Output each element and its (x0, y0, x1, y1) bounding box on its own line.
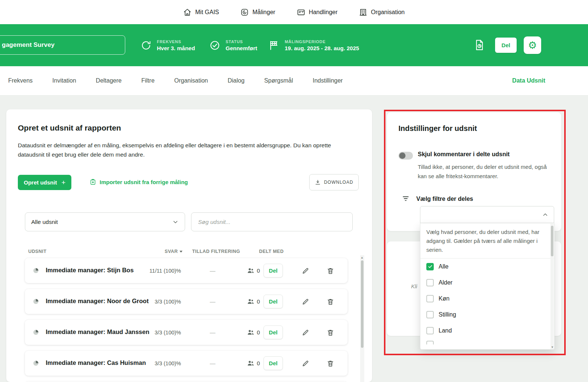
periode-label: MÅLINGSPERIODE (285, 39, 359, 44)
target-icon (240, 8, 249, 16)
share-survey-button[interactable]: Del (495, 38, 517, 53)
people-icon (247, 328, 255, 336)
chevron-up-icon (542, 211, 549, 218)
checkbox-unchecked[interactable] (426, 295, 434, 302)
dropdown-option-land[interactable]: Land (420, 322, 554, 338)
tab-organisation[interactable]: Organisation (174, 77, 208, 84)
toggle-label: Skjul kommentarer i delte udsnit (418, 151, 510, 158)
checkbox-unchecked (426, 341, 434, 344)
edit-pencil-icon[interactable] (302, 298, 309, 305)
udsnit-name: Immediate manager: Maud Janssen (46, 328, 149, 336)
status-group: STATUS Gennemført (209, 39, 257, 51)
udsnit-name: Immediate manager: Noor de Groot (46, 298, 149, 305)
hide-comments-toggle[interactable] (398, 152, 413, 160)
row-del-button[interactable]: Del (264, 295, 283, 308)
row-del-button[interactable]: Del (264, 325, 283, 339)
column-header-svar[interactable]: SVAR (165, 249, 182, 254)
nav-label: Målinger (252, 9, 275, 16)
shared-count: 0 (247, 328, 260, 336)
survey-header-bar: FREKVENS Hver 3. måned STATUS Gennemført… (0, 24, 588, 66)
tab-dialog[interactable]: Dialog (228, 77, 245, 84)
row-del-button[interactable]: Del (264, 264, 283, 277)
edit-pencil-icon[interactable] (302, 359, 309, 367)
survey-title-input[interactable] (0, 35, 125, 55)
tab-invitation[interactable]: Invitation (52, 77, 76, 84)
tab-data-udsnit[interactable]: Data Udsnit (512, 77, 545, 84)
list-scrollbar-thumb[interactable] (361, 260, 364, 348)
tab-filtre[interactable]: Filtre (141, 77, 155, 84)
toggle-knob (399, 153, 406, 159)
check-circle-icon (209, 40, 220, 51)
checkbox-unchecked[interactable] (426, 311, 434, 318)
delete-trash-icon[interactable] (327, 328, 334, 336)
indstillinger-card: Indstillinger for udsnit Skjul kommentar… (387, 112, 561, 231)
dropdown-scrollbar-thumb[interactable] (551, 226, 553, 256)
task-card-icon (297, 8, 305, 16)
shared-filters-select[interactable] (420, 206, 554, 223)
nav-item-mit-gais[interactable]: Mit GAIS (183, 8, 219, 16)
delete-trash-icon[interactable] (327, 359, 334, 367)
status-label: STATUS (226, 39, 257, 44)
edit-pencil-icon[interactable] (302, 267, 309, 275)
import-udsnit-link[interactable]: Importer udsnit fra forrige måling (90, 179, 188, 185)
scroll-down-icon[interactable]: ▼ (551, 346, 554, 349)
checkbox-unchecked[interactable] (426, 327, 434, 334)
udsnit-filter-select[interactable]: Alle udsnit (25, 212, 185, 231)
filtrering-value: — (194, 267, 231, 274)
import-icon (90, 179, 96, 185)
tab-frekvens[interactable]: Frekvens (8, 77, 33, 84)
shared-count: 0 (247, 267, 260, 275)
pie-chart-icon (33, 267, 39, 274)
checkbox-unchecked[interactable] (426, 279, 434, 286)
dropdown-help-text: Vælg hvad personer, du deler udsnit med,… (426, 228, 543, 254)
delete-trash-icon[interactable] (327, 267, 334, 275)
dropdown-option-koen[interactable]: Køn (420, 290, 554, 306)
status-value: Gennemført (226, 45, 257, 51)
frekvens-label: FREKVENS (157, 39, 195, 44)
table-row: Immediate manager: Stijn Bos 11/11 (100)… (25, 258, 348, 283)
filter-lines-icon (402, 195, 410, 203)
plus-icon: + (61, 179, 65, 187)
dropdown-option-alle[interactable]: Alle (420, 259, 554, 275)
pie-chart-icon (33, 329, 39, 336)
download-button[interactable]: DOWNLOAD (309, 174, 359, 190)
scroll-up-icon[interactable]: ▲ (361, 256, 364, 259)
edit-pencil-icon[interactable] (302, 328, 309, 336)
search-input[interactable] (191, 212, 353, 231)
building-icon (359, 8, 367, 16)
dropdown-option-partial[interactable] (420, 338, 554, 344)
dropdown-option-alder[interactable]: Alder (420, 275, 554, 290)
tab-indstillinger[interactable]: Indstillinger (313, 77, 343, 84)
nav-label: Mit GAIS (195, 9, 219, 16)
export-report-icon[interactable] (474, 39, 485, 52)
section-tabs: Frekvens Invitation Deltagere Filtre Org… (0, 66, 588, 96)
shared-count: 0 (247, 359, 260, 367)
settings-gear-button[interactable]: ⚙ (524, 36, 541, 54)
tab-deltagere[interactable]: Deltagere (96, 77, 122, 84)
nav-label: Organisation (371, 9, 405, 16)
frequency-cycle-icon (140, 40, 152, 51)
delete-trash-icon[interactable] (327, 298, 334, 305)
home-icon (183, 8, 191, 16)
nav-item-organisation[interactable]: Organisation (359, 8, 405, 16)
svar-value: 3/3 (100)% (136, 299, 181, 305)
search-box (191, 212, 353, 231)
udsnit-name: Immediate manager: Cas Huisman (46, 359, 146, 366)
svar-value: 3/3 (100)% (136, 360, 181, 366)
checkbox-checked[interactable] (426, 263, 434, 270)
nav-item-handlinger[interactable]: Handlinger (297, 8, 337, 16)
table-row: Immediate manager: Maud Janssen 3/3 (100… (25, 320, 348, 345)
opret-udsnit-button[interactable]: Opret udsnit+ (18, 175, 71, 190)
row-del-button[interactable]: Del (264, 356, 283, 370)
shared-count: 0 (247, 298, 260, 305)
shared-filters-dropdown: Vælg hvad personer, du deler udsnit med,… (420, 223, 555, 350)
frekvens-group: FREKVENS Hver 3. måned (140, 39, 195, 51)
page-description: Dataudsnit er delmængder af en måling, e… (18, 141, 358, 159)
gear-icon: ⚙ (528, 40, 537, 50)
nav-label: Handlinger (309, 9, 337, 16)
svar-value: 3/3 (100)% (136, 330, 181, 336)
nav-item-maalinger[interactable]: Målinger (240, 8, 275, 16)
obscured-text: Kli (411, 283, 417, 289)
tab-spoergsmaal[interactable]: Spørgsmål (264, 77, 293, 84)
dropdown-option-stilling[interactable]: Stilling (420, 306, 554, 322)
